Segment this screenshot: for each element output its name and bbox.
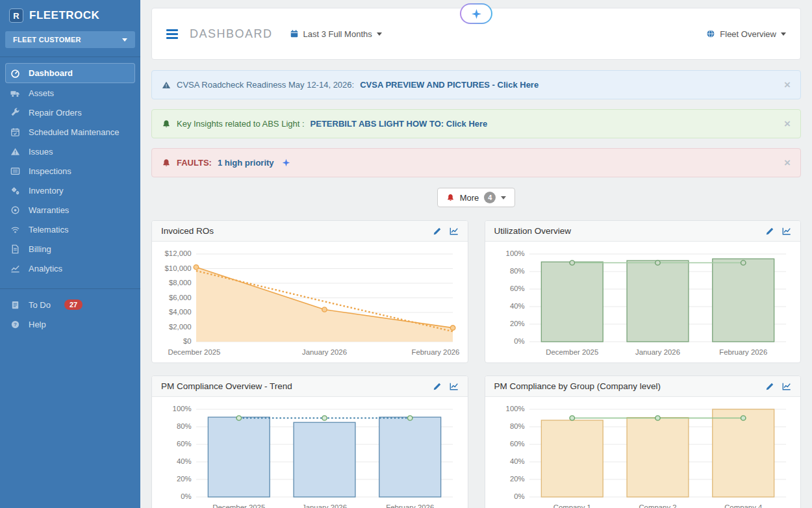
svg-text:?: ? xyxy=(14,322,17,327)
edit-pencil-icon[interactable] xyxy=(765,227,774,236)
chart-line-icon[interactable] xyxy=(782,382,791,391)
ai-assistant-button[interactable] xyxy=(460,3,492,24)
panel-invoiced-ros: Invoiced ROs $12,000$10,000$8,000$6,000$… xyxy=(151,220,468,363)
sidebar-item-inventory[interactable]: Inventory xyxy=(5,181,135,200)
edit-pencil-icon[interactable] xyxy=(433,382,442,391)
sidebar: R FLEETROCK FLEET CUSTOMER Dashboard Ass… xyxy=(0,0,140,508)
fleet-customer-selector[interactable]: FLEET CUSTOMER xyxy=(5,31,135,48)
svg-text:60%: 60% xyxy=(509,285,524,293)
alert-link[interactable]: 1 high priority xyxy=(218,158,274,168)
svg-text:$12,000: $12,000 xyxy=(165,250,192,258)
svg-text:0%: 0% xyxy=(514,338,524,346)
edit-pencil-icon[interactable] xyxy=(433,227,442,236)
sidebar-item-assets[interactable]: Assets xyxy=(5,84,135,103)
bell-icon xyxy=(162,159,171,168)
edit-pencil-icon[interactable] xyxy=(765,382,774,391)
svg-text:February 2026: February 2026 xyxy=(411,348,459,356)
svg-text:Company 4: Company 4 xyxy=(724,503,762,508)
panel-title: PM Compliance Overview - Trend xyxy=(161,381,292,391)
sidebar-item-label: Repair Orders xyxy=(29,108,82,118)
alert-cvsa: CVSA Roadcheck Readiness May 12-14, 2026… xyxy=(151,70,801,99)
panel-title: PM Compliance by Group (Company level) xyxy=(494,381,661,391)
sidebar-item-billing[interactable]: Billing xyxy=(5,240,135,259)
cogs-icon xyxy=(10,186,20,196)
svg-text:20%: 20% xyxy=(509,476,524,483)
fleet-scope-label: Fleet Overview xyxy=(720,29,776,39)
svg-text:0%: 0% xyxy=(181,493,191,501)
sidebar-item-todo[interactable]: To Do 27 xyxy=(5,295,135,314)
close-icon[interactable]: × xyxy=(784,79,791,90)
fleet-scope-dropdown[interactable]: Fleet Overview xyxy=(706,29,786,39)
svg-text:$2,000: $2,000 xyxy=(169,323,192,331)
chart-line-icon[interactable] xyxy=(450,227,459,236)
panel-header: Utilization Overview xyxy=(485,221,801,242)
sidebar-item-dashboard[interactable]: Dashboard xyxy=(5,63,135,83)
sidebar-item-label: Billing xyxy=(29,244,51,254)
panel-body: $12,000$10,000$8,000$6,000$4,000$2,000$0… xyxy=(152,242,468,362)
alert-link[interactable]: PETERBILT ABS LIGHT HOW TO: Click Here xyxy=(311,119,488,129)
chevron-down-icon xyxy=(122,38,127,42)
alert-key-insights: Key Insights related to ABS Light : PETE… xyxy=(151,109,801,138)
svg-text:January 2026: January 2026 xyxy=(302,503,347,508)
svg-text:0%: 0% xyxy=(514,493,524,501)
date-range-dropdown[interactable]: Last 3 Full Months xyxy=(290,29,382,39)
fleet-customer-label: FLEET CUSTOMER xyxy=(13,36,81,44)
invoiced-ros-chart: $12,000$10,000$8,000$6,000$4,000$2,000$0… xyxy=(159,248,461,359)
question-circle-icon: ? xyxy=(10,320,20,329)
more-alerts-button[interactable]: More 4 xyxy=(437,188,516,207)
more-count-badge: 4 xyxy=(484,192,496,203)
svg-text:$4,000: $4,000 xyxy=(169,309,192,316)
svg-text:Company 2: Company 2 xyxy=(639,503,676,508)
menu-icon[interactable] xyxy=(166,29,178,39)
svg-text:80%: 80% xyxy=(177,423,192,431)
sidebar-item-inspections[interactable]: Inspections xyxy=(5,162,135,181)
more-row: More 4 xyxy=(151,188,801,207)
alert-faults: FAULTS: 1 high priority × xyxy=(151,148,801,177)
svg-text:$0: $0 xyxy=(183,338,192,346)
wrench-icon xyxy=(10,108,20,118)
sidebar-item-repair-orders[interactable]: Repair Orders xyxy=(5,103,135,122)
utilization-overview-chart: 100%80%60%40%20%0%December 2025January 2… xyxy=(492,248,794,359)
svg-text:80%: 80% xyxy=(509,423,524,431)
panel-body: 100%80%60%40%20%0%December 2025January 2… xyxy=(485,242,801,362)
close-icon[interactable]: × xyxy=(784,118,791,129)
sidebar-item-label: Help xyxy=(29,320,46,329)
panel-header: PM Compliance Overview - Trend xyxy=(152,376,468,397)
sidebar-item-warranties[interactable]: Warranties xyxy=(5,201,135,220)
close-icon[interactable]: × xyxy=(784,157,791,168)
chart-line-icon[interactable] xyxy=(450,382,459,391)
panel-body: 100%80%60%40%20%0%December 2025January 2… xyxy=(152,397,468,508)
svg-text:February 2026: February 2026 xyxy=(719,348,767,356)
chart-line-icon[interactable] xyxy=(782,227,791,236)
warning-triangle-icon xyxy=(10,147,20,157)
sparkle-icon[interactable] xyxy=(282,159,290,167)
svg-text:40%: 40% xyxy=(509,458,524,466)
svg-text:40%: 40% xyxy=(509,303,524,311)
svg-text:20%: 20% xyxy=(509,320,524,328)
charts-grid: Invoiced ROs $12,000$10,000$8,000$6,000$… xyxy=(151,220,801,508)
svg-text:100%: 100% xyxy=(505,250,524,258)
alert-text: FAULTS: xyxy=(177,158,212,168)
sidebar-item-scheduled-maintenance[interactable]: Scheduled Maintenance xyxy=(5,123,135,142)
panel-pm-compliance-trend: PM Compliance Overview - Trend 100%80%60… xyxy=(151,375,468,508)
sidebar-item-label: To Do xyxy=(29,300,51,310)
svg-text:100%: 100% xyxy=(173,405,192,413)
main-content: DASHBOARD Last 3 Full Months Fleet Overv… xyxy=(140,0,812,508)
sidebar-item-analytics[interactable]: Analytics xyxy=(5,259,135,278)
svg-text:December 2025: December 2025 xyxy=(546,348,598,356)
alert-link[interactable]: CVSA PREVIEW AND PICTURES - Click Here xyxy=(360,80,539,90)
panel-pm-compliance-by-group: PM Compliance by Group (Company level) 1… xyxy=(485,375,802,508)
document-icon xyxy=(10,244,20,254)
globe-icon xyxy=(706,29,715,38)
sidebar-item-label: Analytics xyxy=(29,264,62,273)
fleetrock-logo-icon: R xyxy=(9,8,23,23)
sidebar-item-issues[interactable]: Issues xyxy=(5,142,135,161)
sidebar-item-help[interactable]: ? Help xyxy=(5,315,135,334)
alert-text: Key Insights related to ABS Light : xyxy=(177,119,305,129)
date-range-label: Last 3 Full Months xyxy=(303,29,372,39)
truck-icon xyxy=(10,88,20,98)
pm-compliance-trend-chart: 100%80%60%40%20%0%December 2025January 2… xyxy=(159,403,461,508)
svg-text:January 2026: January 2026 xyxy=(302,348,347,356)
sidebar-item-telematics[interactable]: Telematics xyxy=(5,220,135,239)
more-button-label: More xyxy=(460,193,479,203)
